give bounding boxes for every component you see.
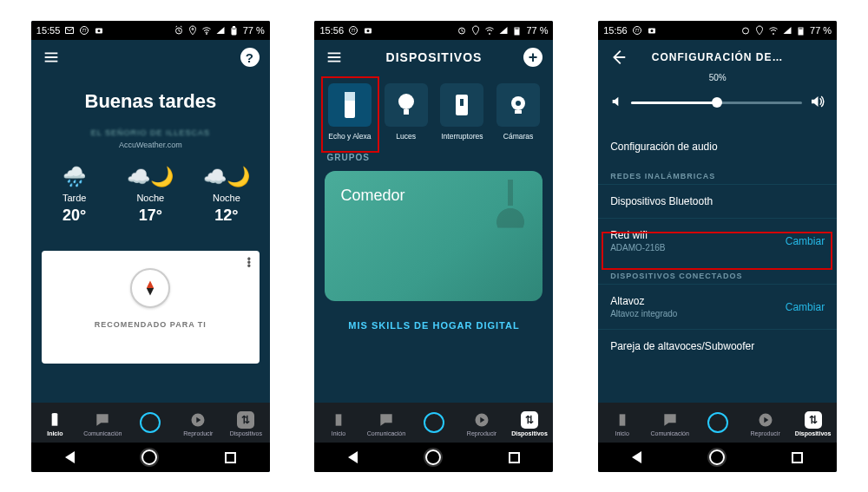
echo-icon [328, 83, 372, 127]
volume-row [598, 87, 837, 115]
help-button[interactable]: ? [240, 48, 260, 67]
tab-label: Comunicación [650, 430, 688, 436]
volume-slider[interactable] [631, 95, 802, 110]
phone-device-settings: 15:56 77 77 % CONFIGURACIÓN DE… 50% Conf… [598, 21, 837, 472]
camera-icon [363, 25, 373, 36]
device-tile-label: Echo y Alexa [328, 132, 371, 141]
greeting: Buenas tardes [31, 90, 270, 113]
wifi-change-action[interactable]: Cambiar [786, 235, 825, 247]
device-tile-interruptores[interactable]: Interruptores [437, 80, 487, 141]
chat-tab-icon [378, 411, 395, 429]
location-name-blurred: EL SEÑORIO DE ILLESCAS [31, 128, 270, 137]
status-time: 15:55 [36, 25, 61, 36]
speaker-change-action[interactable]: Cambiar [786, 301, 825, 313]
row-bluetooth[interactable]: Dispositivos Bluetooth [598, 185, 837, 218]
device-tile-luces[interactable]: Luces [381, 80, 431, 141]
tab-comunicacion[interactable]: Comunicación [648, 411, 693, 436]
tab-alexa[interactable] [695, 412, 740, 435]
header-title: CONFIGURACIÓN DE… [628, 51, 807, 63]
camera-dev-icon [496, 83, 540, 127]
back-nav-icon[interactable] [348, 451, 358, 463]
add-device-button[interactable]: + [523, 48, 542, 67]
home-nav-icon[interactable] [141, 449, 157, 465]
tab-alexa[interactable] [411, 412, 457, 435]
svg-point-3 [98, 30, 101, 32]
weather-col[interactable]: ☁️🌙 Noche 17° [115, 165, 185, 225]
device-category-row: Echo y Alexa Luces Interruptores Cámaras [314, 80, 553, 141]
back-nav-icon[interactable] [65, 451, 75, 463]
chat-tab-icon [661, 411, 679, 429]
alarm-icon [740, 25, 751, 36]
tab-dispositivos[interactable]: Dispositivos [507, 411, 552, 436]
tab-dispositivos[interactable]: Dispositivos [791, 411, 836, 436]
tab-label: Dispositivos [795, 430, 832, 436]
bottom-tabs: Inicio Comunicación Reproducir Dispositi… [31, 403, 270, 443]
signal-icon [215, 25, 226, 36]
weather-col[interactable]: ☁️🌙 Noche 12° [192, 165, 261, 225]
recent-nav-icon[interactable] [792, 452, 803, 463]
menu-icon[interactable] [42, 48, 61, 67]
android-nav [314, 443, 553, 472]
menu-icon[interactable] [325, 48, 344, 67]
svg-point-34 [650, 30, 653, 32]
status-bar: 15:56 77 77 % [598, 21, 837, 40]
row-audio-config[interactable]: Configuración de audio [598, 130, 837, 163]
volume-low-icon [610, 95, 624, 110]
svg-rect-38 [799, 30, 803, 35]
device-tile-label: Interruptores [441, 132, 483, 141]
battery-icon [512, 25, 523, 36]
group-card-comedor[interactable]: Comedor [325, 171, 542, 301]
recent-nav-icon[interactable] [509, 452, 520, 463]
tab-reproducir[interactable]: Reproducir [743, 411, 788, 436]
home-nav-icon[interactable] [425, 449, 441, 465]
svg-rect-8 [233, 27, 234, 29]
tab-alexa[interactable] [128, 412, 173, 435]
tab-reproducir[interactable]: Reproducir [175, 411, 220, 436]
app-header: ? [31, 40, 270, 75]
tab-reproducir[interactable]: Reproducir [459, 411, 504, 436]
switch-icon [440, 83, 483, 127]
home-tab-icon [614, 411, 631, 429]
settings-list: Configuración de audio REDES INALÁMBRICA… [598, 130, 837, 363]
tab-comunicacion[interactable]: Comunicación [80, 411, 125, 436]
home-tab-icon [46, 411, 63, 429]
weather-col[interactable]: 🌧️ Tarde 20° [40, 165, 109, 225]
wifi-icon [484, 25, 495, 36]
location-icon [470, 25, 481, 36]
play-tab-icon [189, 411, 207, 429]
svg-point-18 [490, 34, 490, 35]
signal-icon [498, 25, 509, 36]
row-wifi[interactable]: Red wifi ADAMO-216B Cambiar [598, 219, 837, 263]
svg-rect-26 [460, 99, 464, 106]
card-more-icon[interactable]: ••• [247, 258, 251, 268]
device-tile-camaras[interactable]: Cámaras [494, 80, 543, 141]
recommendation-card[interactable]: ••• RECOMENDADO PARA TI [42, 251, 260, 364]
tab-inicio[interactable]: Inicio [600, 411, 645, 436]
row-speaker[interactable]: Altavoz Altavoz integrado Cambiar [598, 285, 837, 329]
weather-provider: AccuWeather.com [31, 141, 270, 149]
tab-comunicacion[interactable]: Comunicación [364, 411, 409, 436]
recent-nav-icon[interactable] [225, 452, 236, 463]
row-pair-speakers[interactable]: Pareja de altavoces/Subwoofer [598, 330, 837, 363]
back-nav-icon[interactable] [632, 451, 641, 463]
home-tab-icon [330, 411, 347, 429]
svg-point-35 [743, 28, 749, 34]
status-battery-pct: 77 % [810, 25, 832, 36]
partly-cloudy-night-icon: ☁️🌙 [115, 165, 185, 189]
tab-label: Dispositivos [230, 430, 262, 436]
back-button[interactable] [608, 48, 628, 67]
bulb-icon [385, 83, 428, 127]
tab-inicio[interactable]: Inicio [316, 411, 361, 436]
volume-high-icon [809, 94, 825, 111]
home-nav-icon[interactable] [709, 449, 725, 465]
wifi-icon [201, 25, 212, 36]
status-battery-pct: 77 % [526, 25, 548, 36]
svg-point-36 [773, 34, 774, 35]
devices-tab-icon [805, 411, 822, 429]
skills-link[interactable]: MIS SKILLS DE HOGAR DIGITAL [314, 320, 553, 331]
play-tab-icon [473, 411, 490, 429]
device-tile-echo[interactable]: Echo y Alexa [325, 80, 374, 141]
svg-point-23 [398, 94, 414, 109]
tab-inicio[interactable]: Inicio [32, 411, 77, 436]
tab-dispositivos[interactable]: Dispositivos [223, 411, 268, 436]
